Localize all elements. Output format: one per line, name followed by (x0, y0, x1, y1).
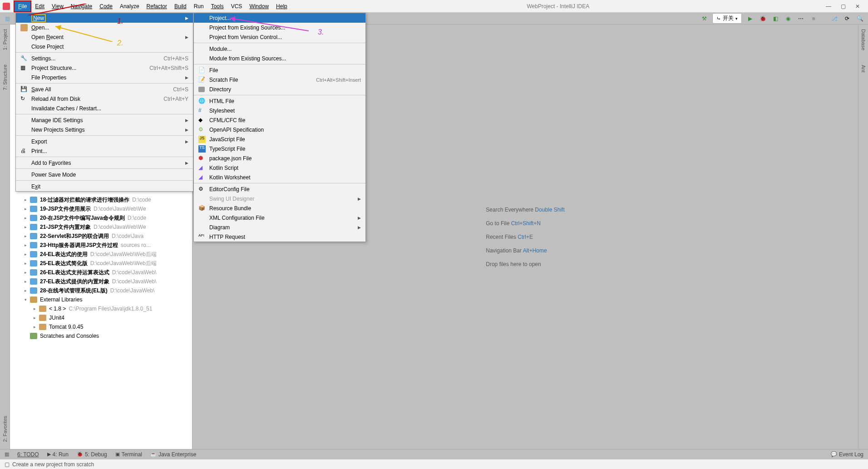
tree-row[interactable]: ▸27-EL表达式提供的内置对象D:\code\JavaWeb\ (11, 277, 192, 286)
debug-icon[interactable]: 🐞 (758, 14, 767, 23)
bottom-tab-todo[interactable]: 6: TODO (17, 451, 39, 458)
file-menu-open-recent[interactable]: Open Recent▶ (16, 32, 193, 42)
new-menu-kotlin-ws[interactable]: ◢Kotlin Worksheet (194, 173, 365, 182)
menu-navigate[interactable]: Navigate (67, 1, 96, 11)
chevron-right-icon: ▸ (25, 234, 29, 238)
menu-view[interactable]: View (48, 1, 67, 11)
bottom-tab-run[interactable]: ▶ 4: Run (47, 451, 69, 458)
search-icon[interactable]: 🔍 (855, 14, 864, 23)
new-submenu: Project... Project from Existing Sources… (193, 13, 366, 242)
menu-help[interactable]: Help (272, 1, 291, 11)
gutter-tab-ant[interactable]: Ant (860, 62, 867, 75)
vcs-icon[interactable]: ⎇ (830, 14, 839, 23)
file-menu-new-projects-settings[interactable]: New Projects Settings▶ (16, 125, 193, 134)
menu-build[interactable]: Build (171, 1, 190, 11)
profile-icon[interactable]: ◉ (784, 14, 793, 23)
gutter-tab-structure[interactable]: 7: Structure (1, 62, 9, 93)
new-menu-file[interactable]: 📄File (194, 65, 365, 75)
gutter-tab-project[interactable]: 1: Project (1, 26, 9, 53)
close-icon[interactable]: ✕ (854, 3, 861, 10)
folder-icon[interactable]: ▥ (3, 14, 12, 23)
chevron-right-icon: ▸ (25, 207, 29, 211)
run-configuration-select[interactable]: ⤷ 开关 ▾ (712, 13, 742, 24)
bottom-tab-debug[interactable]: 🐞 5: Debug (77, 451, 107, 458)
new-menu-project-existing[interactable]: Project from Existing Sources... (194, 23, 365, 32)
tree-row[interactable]: ▸25-EL表达式简化版D:\code\JavaWeb\Web后端 (11, 259, 192, 268)
new-menu-js[interactable]: JSJavaScript File (194, 134, 365, 144)
menu-edit[interactable]: Edit (31, 1, 48, 11)
coverage-icon[interactable]: ◧ (771, 14, 780, 23)
new-menu-module-existing[interactable]: Module from Existing Sources... (194, 54, 365, 63)
file-menu-close-project[interactable]: Close Project (16, 42, 193, 51)
hammer-icon[interactable]: ⚒ (700, 14, 709, 23)
tree-lib-item[interactable]: ▸< 1.8 >C:\Program Files\Java\jdk1.8.0_5… (11, 304, 192, 313)
new-menu-http[interactable]: APIHTTP Request (194, 232, 365, 242)
gutter-tab-database[interactable]: Database (860, 26, 867, 53)
menu-code[interactable]: Code (96, 1, 116, 11)
new-menu-directory[interactable]: Directory (194, 84, 365, 94)
file-menu-open[interactable]: Open... (16, 23, 193, 32)
menu-run[interactable]: Run (190, 1, 207, 11)
file-menu-export[interactable]: Export▶ (16, 137, 193, 146)
run-icon[interactable]: ▶ (745, 14, 755, 23)
new-menu-cfml[interactable]: ◆CFML/CFC file (194, 115, 365, 125)
tree-lib-item[interactable]: ▸JUnit4 (11, 313, 192, 322)
new-menu-diagram[interactable]: Diagram▶ (194, 222, 365, 232)
file-menu-save-all[interactable]: 💾 Save AllCtrl+S (16, 84, 193, 94)
bottom-tab-window-icon[interactable]: ▥ (5, 451, 9, 457)
bottom-tab-java-ee[interactable]: ☕ Java Enterprise (150, 451, 196, 458)
tree-row[interactable]: ▸28-在线考试管理系统(EL版)D:\code\JavaWeb\ (11, 286, 192, 295)
file-menu-reload[interactable]: ↻ Reload All from DiskCtrl+Alt+Y (16, 94, 193, 104)
new-menu-package-json[interactable]: ⬢package.json File (194, 153, 365, 163)
tree-row[interactable]: ▸26-EL表达式支持运算表达式D:\code\JavaWeb\ (11, 268, 192, 277)
maximize-icon[interactable]: ▢ (840, 3, 846, 10)
new-menu-kotlin-script[interactable]: ◢Kotlin Script (194, 163, 365, 173)
cfml-icon: ◆ (198, 117, 206, 124)
bottom-tab-terminal[interactable]: ▣ Terminal (115, 451, 142, 458)
stop-icon[interactable]: ■ (809, 14, 818, 23)
tree-lib-item[interactable]: ▸Tomcat 9.0.45 (11, 322, 192, 331)
minimize-icon[interactable]: — (825, 3, 832, 10)
new-menu-swing[interactable]: Swing UI Designer▶ (194, 194, 365, 203)
new-menu-stylesheet[interactable]: #Stylesheet (194, 106, 365, 115)
tree-row[interactable]: ▸21-JSP文件内置对象D:\code\JavaWeb\We (11, 222, 192, 232)
tree-row[interactable]: ▸18-过滤器对拦截的请求进行增强操作D:\code (11, 195, 192, 204)
tree-row[interactable]: ▸23-Http服务器调用JSP文件过程sources ro... (11, 241, 192, 250)
file-menu-settings[interactable]: 🔧 Settings...Ctrl+Alt+S (16, 54, 193, 63)
gutter-tab-favorites[interactable]: 2: Favorites (1, 413, 9, 444)
menu-refactor[interactable]: Refactor (143, 1, 171, 11)
file-menu-print[interactable]: 🖨 Print... (16, 146, 193, 156)
file-menu-new[interactable]: New ▶ (16, 13, 193, 23)
menu-file[interactable]: File (14, 0, 31, 12)
file-menu-file-properties[interactable]: File Properties▶ (16, 73, 193, 82)
tree-row[interactable]: ▸20-在JSP文件中编写Java命令规则D:\code (11, 213, 192, 222)
menu-vcs[interactable]: VCS (227, 1, 246, 11)
tree-external-libraries[interactable]: ▾External Libraries (11, 295, 192, 304)
new-menu-project-vcs[interactable]: Project from Version Control... (194, 32, 365, 42)
attach-icon[interactable]: ⋯ (796, 14, 805, 23)
new-menu-editorconfig[interactable]: ⚙EditorConfig File (194, 184, 365, 194)
new-menu-xml-config[interactable]: XML Configuration File▶ (194, 213, 365, 222)
file-menu-project-structure[interactable]: ▦ Project Structure...Ctrl+Alt+Shift+S (16, 63, 193, 73)
file-menu-add-favorites[interactable]: Add to Favorites▶ (16, 158, 193, 168)
new-menu-module[interactable]: Module... (194, 44, 365, 54)
tree-row[interactable]: ▸19-JSP文件使用展示D:\code\JavaWeb\We (11, 204, 192, 213)
menu-tools[interactable]: Tools (207, 1, 227, 11)
new-menu-scratch[interactable]: 📝Scratch FileCtrl+Alt+Shift+Insert (194, 75, 365, 84)
bottom-tab-event-log[interactable]: 💬 Event Log (831, 451, 863, 458)
tree-row[interactable]: ▸22-Servlet和JSP的联合调用D:\code\Java (11, 232, 192, 241)
file-menu-manage-ide[interactable]: Manage IDE Settings▶ (16, 115, 193, 125)
new-menu-openapi[interactable]: ⚙OpenAPI Specification (194, 125, 365, 134)
file-menu-power-save[interactable]: Power Save Mode (16, 170, 193, 179)
menu-window[interactable]: Window (246, 1, 272, 11)
new-menu-resource-bundle[interactable]: 📦Resource Bundle (194, 203, 365, 213)
new-menu-ts[interactable]: TSTypeScript File (194, 144, 365, 153)
file-menu-exit[interactable]: Exit (16, 182, 193, 191)
new-menu-project[interactable]: Project... (194, 13, 365, 23)
tree-row[interactable]: ▸24-EL表达式的使用D:\code\JavaWeb\Web后端 (11, 250, 192, 259)
update-icon[interactable]: ⟳ (843, 14, 852, 23)
tree-scratches[interactable]: Scratches and Consoles (11, 331, 192, 341)
file-menu-invalidate[interactable]: Invalidate Caches / Restart... (16, 104, 193, 113)
new-menu-html[interactable]: 🌐HTML File (194, 96, 365, 106)
menu-analyze[interactable]: Analyze (116, 1, 143, 11)
